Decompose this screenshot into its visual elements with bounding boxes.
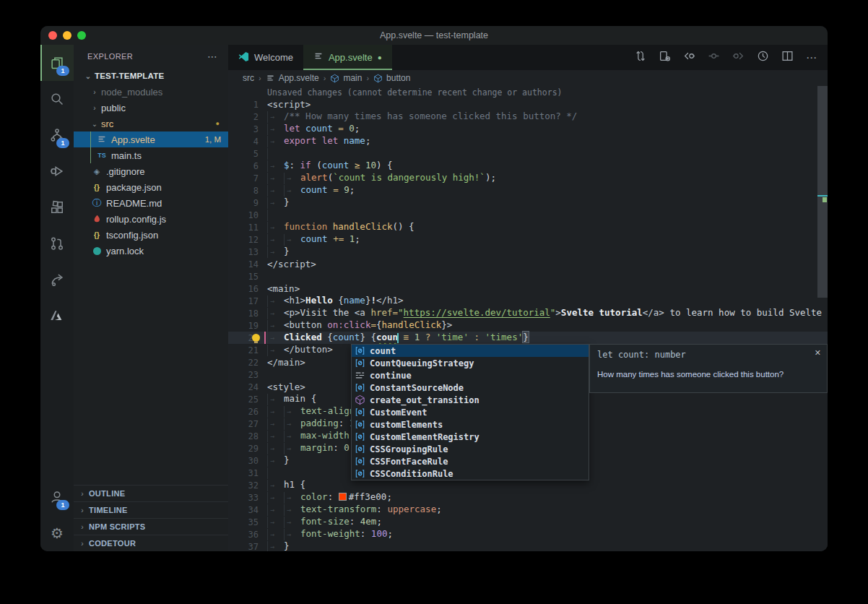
sidebar-section-timeline[interactable]: ›TIMELINE [74, 501, 228, 518]
line-number[interactable]: 33 [228, 493, 267, 503]
code-line-12[interactable]: 12count += 1; [228, 233, 828, 246]
activity-azure-button[interactable] [40, 298, 74, 334]
breadcrumb-item-button[interactable]: button [386, 73, 410, 83]
line-number[interactable]: 14 [228, 259, 267, 269]
explorer-more-actions-icon[interactable]: ⋯ [207, 51, 218, 62]
line-number[interactable]: 8 [228, 186, 267, 196]
code-line-5[interactable]: 5 [228, 147, 828, 160]
line-number[interactable]: 20 [228, 333, 267, 343]
tree-item-package-json[interactable]: {}package.json [74, 179, 228, 195]
close-icon[interactable]: ✕ [815, 348, 821, 358]
suggestion-CustomElementRegistry[interactable]: CustomElementRegistry [352, 431, 589, 443]
open-changes-button[interactable] [659, 50, 671, 65]
tree-item-app-svelte[interactable]: App.svelte1, M [74, 131, 228, 147]
tab-welcome[interactable]: Welcome [228, 45, 303, 70]
code-line-20[interactable]: 20Clicked {count} {coun ≡ 1 ? 'time' : '… [228, 332, 828, 344]
tree-item-gitignore[interactable]: ◈.gitignore [74, 163, 228, 179]
code-line-15[interactable]: 15 [228, 270, 828, 282]
line-number[interactable]: 31 [228, 468, 267, 478]
line-number[interactable]: 13 [228, 247, 267, 257]
line-number[interactable]: 1 [228, 100, 267, 110]
tree-item-node_modules[interactable]: ›node_modules [74, 84, 228, 100]
code-line-18[interactable]: 18<p>Visit the <a href="https://svelte.d… [228, 307, 828, 319]
line-number[interactable]: 21 [228, 345, 267, 355]
code-line-8[interactable]: 8count = 9; [228, 184, 828, 197]
line-number[interactable]: 18 [228, 309, 267, 319]
tree-item-public[interactable]: ›public [74, 100, 228, 116]
line-number[interactable]: 3 [228, 124, 267, 134]
suggestion-count[interactable]: count [352, 345, 589, 357]
code-line-1[interactable]: 1<script> [228, 98, 828, 111]
line-number[interactable]: 32 [228, 480, 267, 491]
code-line-34[interactable]: 34text-transform: uppercase; [228, 504, 828, 516]
line-number[interactable]: 16 [228, 284, 267, 294]
breadcrumb-item-src[interactable]: src [243, 73, 254, 83]
suggestion-CustomEvent[interactable]: CustomEvent [352, 406, 589, 418]
editor-scrollbar[interactable] [817, 86, 828, 551]
breadcrumb-item-main[interactable]: main [343, 73, 362, 83]
activity-extensions-button[interactable] [40, 189, 74, 225]
line-number[interactable]: 37 [228, 542, 267, 552]
code-line-2[interactable]: 2/** How many times has someone clicked … [228, 111, 828, 123]
activity-search-button[interactable] [40, 81, 74, 117]
line-number[interactable]: 22 [228, 358, 267, 368]
suggestion-create_out_transition[interactable]: create_out_transition [352, 394, 589, 406]
code-line-6[interactable]: 6$: if (count ≥ 10) { [228, 160, 828, 172]
code-line-10[interactable]: 10 [228, 209, 828, 221]
code-line-36[interactable]: 36font-weight: 100; [228, 528, 828, 540]
suggestion-continue[interactable]: continue [352, 369, 589, 381]
suggestion-CSSGroupingRule[interactable]: CSSGroupingRule [352, 443, 589, 455]
activity-github-pull-requests-button[interactable] [40, 225, 74, 262]
code-line-35[interactable]: 35font-size: 4em; [228, 516, 828, 528]
code-line-11[interactable]: 11function handleClick() { [228, 221, 828, 233]
code-line-4[interactable]: 4export let name; [228, 135, 828, 147]
line-number[interactable]: 15 [228, 272, 267, 282]
code-line-13[interactable]: 13} [228, 246, 828, 258]
line-number[interactable]: 9 [228, 198, 267, 208]
line-number[interactable]: 17 [228, 296, 267, 306]
code-line-33[interactable]: 33color: #ff3e00; [228, 491, 828, 504]
suggestion-ConstantSourceNode[interactable]: ConstantSourceNode [352, 381, 589, 394]
line-number[interactable]: 4 [228, 137, 267, 147]
activity-explorer-button[interactable]: 1 [40, 45, 74, 81]
more-actions-button[interactable]: ⋯ [806, 51, 817, 64]
previous-change-button[interactable] [683, 50, 695, 65]
code-line-32[interactable]: 32h1 { [228, 479, 828, 491]
code-line-17[interactable]: 17<h1>Hello {name}!</h1> [228, 295, 828, 307]
line-number[interactable]: 19 [228, 321, 267, 331]
line-number[interactable]: 24 [228, 382, 267, 392]
tree-item-yarn-lock[interactable]: yarn.lock [74, 243, 228, 259]
file-history-button[interactable] [757, 50, 769, 65]
split-editor-button[interactable] [781, 50, 794, 65]
sidebar-section-codetour[interactable]: ›CODETOUR [74, 535, 228, 551]
code-line-3[interactable]: 3let count = 0; [228, 123, 828, 135]
breadcrumb-item-app-svelte[interactable]: App.svelte [279, 73, 319, 83]
line-number[interactable]: 7 [228, 173, 267, 184]
line-number[interactable]: 10 [228, 210, 267, 220]
tree-item-tsconfig-json[interactable]: {}tsconfig.json [74, 227, 228, 243]
breadcrumb[interactable]: src›App.svelte›main›button [228, 70, 828, 86]
line-number[interactable]: 5 [228, 149, 267, 159]
line-number[interactable]: 36 [228, 530, 267, 540]
line-number[interactable]: 12 [228, 235, 267, 245]
lightbulb-icon[interactable] [252, 334, 260, 342]
tree-item-src[interactable]: ⌄src● [74, 116, 228, 131]
code-editor[interactable]: Unsaved changes (cannot determine recent… [228, 86, 828, 551]
tree-item-main-ts[interactable]: TSmain.ts [74, 147, 228, 163]
line-number[interactable]: 29 [228, 444, 267, 454]
tree-item-readme-md[interactable]: ⓘREADME.md [74, 195, 228, 211]
tree-item-rollup-config-js[interactable]: rollup.config.js [74, 211, 228, 227]
gitlens-compare-button[interactable] [634, 50, 646, 65]
sidebar-section-outline[interactable]: ›OUTLINE [74, 486, 228, 501]
suggestion-CSSConditionRule[interactable]: CSSConditionRule [352, 467, 589, 480]
code-line-9[interactable]: 9} [228, 197, 828, 209]
activity-source-control-button[interactable]: 1 [40, 117, 74, 153]
titlebar[interactable]: App.svelte — test-template [40, 26, 828, 45]
line-number[interactable]: 26 [228, 407, 267, 417]
line-number[interactable]: 30 [228, 456, 267, 466]
tree-root-test-template[interactable]: ⌄TEST-TEMPLATE [74, 68, 228, 84]
activity-settings-button[interactable]: ⚙ [40, 515, 74, 551]
line-number[interactable]: 11 [228, 223, 267, 233]
line-number[interactable]: 34 [228, 505, 267, 515]
activity-run-and-debug-button[interactable] [40, 153, 74, 189]
